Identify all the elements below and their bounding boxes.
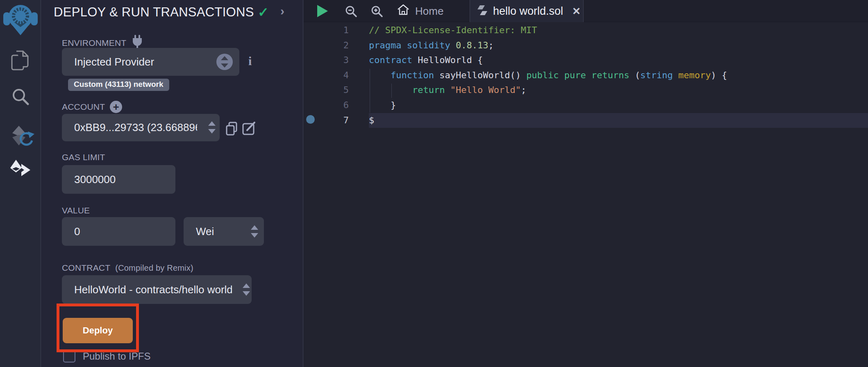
account-label: ACCOUNT +: [62, 101, 122, 113]
icon-sidebar: [0, 0, 41, 367]
code-token: [369, 70, 391, 80]
publish-to-ipfs-checkbox[interactable]: [63, 350, 75, 362]
panel-title: DEPLOY & RUN TRANSACTIONS: [54, 5, 254, 20]
code-token: pure: [564, 70, 586, 80]
code-token: [586, 70, 591, 80]
line-number[interactable]: 2: [304, 38, 349, 53]
deploy-and-run-icon[interactable]: [0, 159, 41, 181]
code-token: }: [369, 100, 396, 110]
code-line[interactable]: 1// SPDX-License-Identifier: MIT: [304, 23, 868, 38]
close-tab-icon[interactable]: ✕: [572, 5, 581, 17]
gas-limit-input[interactable]: [62, 165, 175, 194]
select-spinner-icon: [251, 224, 258, 238]
account-label-text: ACCOUNT: [62, 102, 105, 112]
value-label: VALUE: [62, 206, 90, 215]
code-line[interactable]: 7$: [304, 113, 868, 128]
add-account-icon[interactable]: +: [110, 101, 122, 113]
remix-logo-icon: [0, 3, 41, 36]
code-text: // SPDX-License-Identifier: MIT: [369, 23, 868, 38]
file-explorer-icon[interactable]: [0, 50, 41, 71]
code-token: ;: [488, 40, 493, 50]
contract-selected-value: HelloWorld - contracts/hello world.sol: [62, 283, 232, 296]
select-spinner-icon: [208, 120, 216, 134]
tab-hello-world-sol[interactable]: hello world.sol ✕: [470, 0, 584, 22]
collapse-chevron-icon[interactable]: ›: [280, 4, 284, 18]
line-number[interactable]: 5: [304, 83, 349, 98]
code-token: (: [629, 70, 641, 80]
deploy-run-panel: DEPLOY & RUN TRANSACTIONS ✓ › ENVIRONMEN…: [41, 0, 303, 367]
contract-label: CONTRACT (Compiled by Remix): [62, 263, 193, 273]
value-unit-select[interactable]: Wei: [184, 217, 264, 246]
indent-guide: [370, 69, 370, 113]
environment-label-text: ENVIRONMENT: [62, 38, 126, 48]
solidity-compiler-icon[interactable]: [0, 124, 41, 150]
indent-guide: [391, 84, 392, 98]
code-text: }: [369, 98, 868, 113]
value-input[interactable]: [62, 217, 175, 246]
code-text: return "Hello World";: [369, 83, 868, 98]
tab-home-label: Home: [415, 5, 443, 18]
contract-note: (Compiled by Remix): [115, 263, 193, 273]
home-icon: [397, 4, 409, 19]
select-arrows-icon: [216, 54, 233, 70]
line-number[interactable]: 4: [304, 68, 349, 83]
network-badge: Custom (43113) network: [68, 79, 169, 91]
code-line[interactable]: 6 }: [304, 98, 868, 113]
deploy-button[interactable]: Deploy: [63, 318, 133, 343]
code-token: ) {: [711, 70, 727, 80]
code-line[interactable]: 2pragma solidity 0.8.13;: [304, 38, 868, 53]
code-line[interactable]: 5 return "Hello World";: [304, 83, 868, 98]
code-token: [559, 70, 564, 80]
breakpoint-dot-icon[interactable]: [306, 115, 315, 124]
code-line[interactable]: 3contract HelloWorld {: [304, 53, 868, 68]
check-icon: ✓: [258, 5, 269, 20]
line-number[interactable]: 6: [304, 98, 349, 113]
account-selected-value: 0xBB9...29733 (23.6688965: [62, 121, 197, 134]
line-number[interactable]: 3: [304, 53, 349, 68]
code-token: pragma solidity: [369, 40, 456, 50]
code-token: "Hello World": [450, 85, 521, 95]
code-token: $: [369, 115, 374, 125]
code-text: pragma solidity 0.8.13;: [369, 38, 868, 53]
solidity-file-icon: [477, 5, 487, 18]
code-token: function: [391, 70, 439, 80]
search-icon[interactable]: [0, 87, 41, 107]
code-token: return: [412, 85, 450, 95]
editor-tab-bar: Home hello world.sol ✕: [304, 0, 868, 22]
contract-select[interactable]: HelloWorld - contracts/hello world.sol: [62, 275, 252, 304]
code-token: contract: [369, 55, 418, 65]
code-editor[interactable]: 1// SPDX-License-Identifier: MIT2pragma …: [304, 23, 868, 128]
code-token: public: [526, 70, 559, 80]
code-text: contract HelloWorld {: [369, 53, 868, 68]
value-unit-selected: Wei: [184, 225, 214, 238]
code-text: $: [369, 113, 868, 128]
editor-area: Home hello world.sol ✕ 1// SPDX-License-…: [304, 0, 868, 367]
info-icon[interactable]: i: [248, 54, 252, 68]
copy-account-icon[interactable]: [225, 121, 238, 138]
code-token: sayHelloWorld(): [439, 70, 526, 80]
gas-limit-label: GAS LIMIT: [62, 152, 105, 162]
code-token: // SPDX-License-Identifier: MIT: [369, 25, 537, 35]
account-select[interactable]: 0xBB9...29733 (23.6688965: [62, 114, 220, 141]
line-number[interactable]: 1: [304, 23, 349, 38]
code-token: [673, 70, 678, 80]
code-line[interactable]: 4 function sayHelloWorld() public pure r…: [304, 68, 868, 83]
select-spinner-icon: [243, 283, 250, 297]
environment-selected-value: Injected Provider: [62, 56, 154, 68]
zoom-out-icon[interactable]: [345, 5, 358, 20]
code-token: ;: [521, 85, 526, 95]
code-text: function sayHelloWorld() public pure ret…: [369, 68, 868, 83]
tab-active-label: hello world.sol: [493, 5, 563, 18]
run-script-play-icon[interactable]: [317, 5, 328, 17]
code-token: HelloWorld {: [418, 55, 483, 65]
environment-select[interactable]: Injected Provider: [62, 48, 239, 76]
contract-label-text: CONTRACT: [62, 263, 110, 273]
code-token: string: [640, 70, 673, 80]
zoom-in-icon[interactable]: [370, 5, 384, 20]
code-token: [369, 85, 412, 95]
code-token: returns: [591, 70, 629, 80]
tab-home[interactable]: Home: [397, 0, 443, 22]
code-token: memory: [678, 70, 711, 80]
publish-to-ipfs-label: Publish to IPFS: [83, 351, 150, 362]
edit-account-icon[interactable]: [242, 121, 256, 138]
